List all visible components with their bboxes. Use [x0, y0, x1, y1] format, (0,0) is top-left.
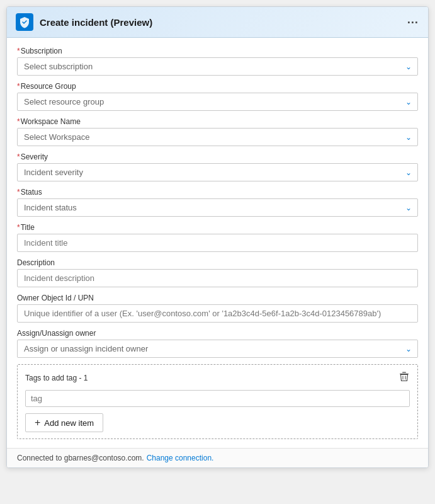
tags-section: Tags to add tag - 1 + Add new item [17, 364, 418, 439]
severity-field-group: *Severity Incident severity ⌄ [17, 152, 418, 181]
title-required-marker: * [17, 223, 20, 232]
workspace-name-select[interactable]: Select Workspace [17, 128, 418, 146]
create-incident-card: Create incident (Preview) ⋯ *Subscriptio… [6, 6, 429, 468]
status-required-marker: * [17, 188, 20, 197]
subscription-label: *Subscription [17, 47, 418, 55]
title-input[interactable] [17, 234, 418, 252]
app-icon [16, 13, 33, 31]
status-select-wrapper: Incident status ⌄ [17, 198, 418, 217]
title-label: *Title [17, 223, 418, 232]
severity-select-wrapper: Incident severity ⌄ [17, 163, 418, 181]
severity-required-marker: * [17, 152, 20, 161]
tags-delete-icon[interactable] [398, 371, 410, 385]
status-label: *Status [17, 188, 418, 197]
resource-group-field-group: *Resource Group Select resource group ⌄ [17, 82, 418, 111]
description-label: Description [17, 258, 418, 267]
more-options-button[interactable]: ⋯ [407, 15, 419, 29]
header-left: Create incident (Preview) [16, 13, 152, 31]
severity-select[interactable]: Incident severity [17, 163, 418, 181]
subscription-required-marker: * [17, 47, 20, 55]
workspace-name-label: *Workspace Name [17, 117, 418, 126]
resource-group-required-marker: * [17, 82, 20, 91]
assign-unassign-owner-select-wrapper: Assign or unassign incident owner ⌄ [17, 340, 418, 358]
change-connection-link[interactable]: Change connection. [147, 454, 214, 462]
owner-object-id-label: Owner Object Id / UPN [17, 294, 418, 302]
connected-text: Connected to gbarnes@contoso.com. [17, 454, 144, 462]
tags-input[interactable] [25, 390, 410, 407]
tags-header: Tags to add tag - 1 [25, 371, 410, 385]
card-footer: Connected to gbarnes@contoso.com. Change… [7, 448, 428, 467]
card-title: Create incident (Preview) [40, 17, 152, 28]
subscription-field-group: *Subscription Select subscription ⌄ [17, 47, 418, 76]
title-field-group: *Title [17, 223, 418, 252]
resource-group-select-wrapper: Select resource group ⌄ [17, 93, 418, 111]
subscription-select-wrapper: Select subscription ⌄ [17, 57, 418, 76]
workspace-name-select-wrapper: Select Workspace ⌄ [17, 128, 418, 146]
owner-object-id-input[interactable] [17, 304, 418, 323]
status-field-group: *Status Incident status ⌄ [17, 188, 418, 217]
tags-label: Tags to add tag - 1 [25, 374, 88, 382]
workspace-name-field-group: *Workspace Name Select Workspace ⌄ [17, 117, 418, 146]
card-body: *Subscription Select subscription ⌄ *Res… [7, 38, 428, 448]
svg-rect-1 [402, 372, 406, 373]
delete-icon-svg [398, 371, 410, 382]
workspace-name-required-marker: * [17, 117, 20, 126]
plus-icon: + [35, 418, 40, 428]
description-input[interactable] [17, 269, 418, 287]
assign-unassign-owner-select[interactable]: Assign or unassign incident owner [17, 340, 418, 358]
assign-unassign-owner-field-group: Assign/Unassign owner Assign or unassign… [17, 329, 418, 358]
resource-group-label: *Resource Group [17, 82, 418, 91]
severity-label: *Severity [17, 152, 418, 161]
add-new-item-button[interactable]: + Add new item [25, 413, 103, 432]
status-select[interactable]: Incident status [17, 198, 418, 217]
shield-icon [18, 16, 31, 28]
subscription-select[interactable]: Select subscription [17, 57, 418, 76]
card-header: Create incident (Preview) ⋯ [7, 7, 428, 38]
resource-group-select[interactable]: Select resource group [17, 93, 418, 111]
description-field-group: Description [17, 258, 418, 287]
assign-unassign-owner-label: Assign/Unassign owner [17, 329, 418, 338]
add-new-item-label: Add new item [44, 418, 94, 428]
owner-object-id-field-group: Owner Object Id / UPN [17, 294, 418, 323]
